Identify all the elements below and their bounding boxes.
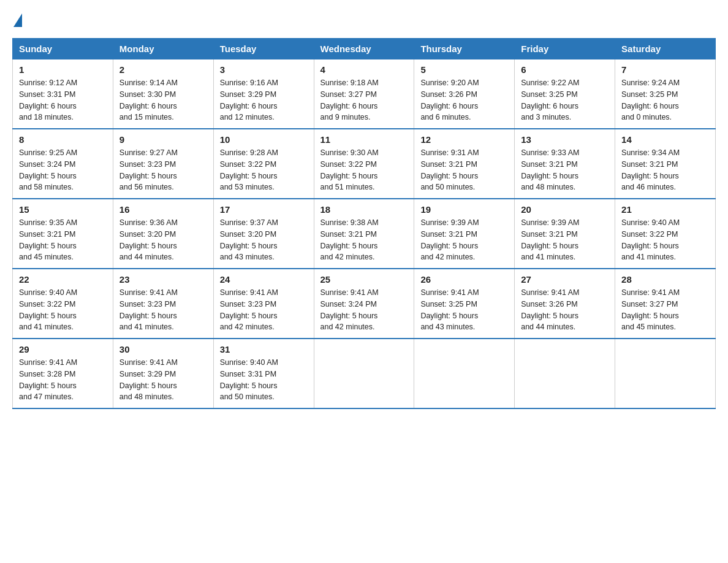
day-number: 12 <box>420 134 508 145</box>
day-number: 31 <box>220 344 308 354</box>
calendar-cell <box>515 339 615 408</box>
calendar-week-row: 29Sunrise: 9:41 AMSunset: 3:28 PMDayligh… <box>13 339 716 408</box>
day-info: Sunrise: 9:14 AMSunset: 3:30 PMDaylight:… <box>119 77 207 123</box>
day-number: 18 <box>320 204 408 215</box>
calendar-cell: 17Sunrise: 9:37 AMSunset: 3:20 PMDayligh… <box>213 199 314 269</box>
calendar-cell: 6Sunrise: 9:22 AMSunset: 3:25 PMDaylight… <box>515 59 615 129</box>
calendar-week-row: 1Sunrise: 9:12 AMSunset: 3:31 PMDaylight… <box>13 59 716 129</box>
calendar-cell: 25Sunrise: 9:41 AMSunset: 3:24 PMDayligh… <box>314 269 414 339</box>
day-number: 15 <box>19 204 107 215</box>
day-number: 4 <box>320 64 408 75</box>
calendar-cell: 8Sunrise: 9:25 AMSunset: 3:24 PMDaylight… <box>13 129 113 199</box>
weekday-header-sunday: Sunday <box>13 39 113 59</box>
day-number: 22 <box>19 274 107 285</box>
weekday-header-thursday: Thursday <box>414 39 515 59</box>
calendar-cell: 11Sunrise: 9:30 AMSunset: 3:22 PMDayligh… <box>314 129 414 199</box>
calendar-cell: 18Sunrise: 9:38 AMSunset: 3:21 PMDayligh… <box>314 199 414 269</box>
day-number: 27 <box>521 274 609 285</box>
calendar-cell: 10Sunrise: 9:28 AMSunset: 3:22 PMDayligh… <box>213 129 314 199</box>
page-header <box>12 12 716 26</box>
weekday-header-saturday: Saturday <box>615 39 716 59</box>
day-info: Sunrise: 9:34 AMSunset: 3:21 PMDaylight:… <box>621 147 709 193</box>
day-number: 24 <box>220 274 308 285</box>
calendar-cell: 9Sunrise: 9:27 AMSunset: 3:23 PMDaylight… <box>113 129 213 199</box>
calendar-cell: 16Sunrise: 9:36 AMSunset: 3:20 PMDayligh… <box>113 199 213 269</box>
day-info: Sunrise: 9:41 AMSunset: 3:29 PMDaylight:… <box>119 357 207 403</box>
weekday-header-tuesday: Tuesday <box>213 39 314 59</box>
calendar-cell: 20Sunrise: 9:39 AMSunset: 3:21 PMDayligh… <box>515 199 615 269</box>
day-number: 3 <box>220 64 308 75</box>
day-number: 8 <box>19 134 107 145</box>
day-info: Sunrise: 9:12 AMSunset: 3:31 PMDaylight:… <box>19 77 107 123</box>
day-info: Sunrise: 9:33 AMSunset: 3:21 PMDaylight:… <box>521 147 609 193</box>
day-info: Sunrise: 9:16 AMSunset: 3:29 PMDaylight:… <box>220 77 308 123</box>
day-number: 13 <box>521 134 609 145</box>
day-number: 23 <box>119 274 207 285</box>
day-info: Sunrise: 9:41 AMSunset: 3:26 PMDaylight:… <box>521 287 609 333</box>
day-number: 1 <box>19 64 107 75</box>
weekday-header-row: SundayMondayTuesdayWednesdayThursdayFrid… <box>13 39 716 59</box>
day-number: 29 <box>19 344 107 354</box>
day-info: Sunrise: 9:41 AMSunset: 3:23 PMDaylight:… <box>119 287 207 333</box>
day-info: Sunrise: 9:18 AMSunset: 3:27 PMDaylight:… <box>320 77 408 123</box>
calendar-cell: 26Sunrise: 9:41 AMSunset: 3:25 PMDayligh… <box>414 269 515 339</box>
calendar-cell: 24Sunrise: 9:41 AMSunset: 3:23 PMDayligh… <box>213 269 314 339</box>
calendar-cell: 4Sunrise: 9:18 AMSunset: 3:27 PMDaylight… <box>314 59 414 129</box>
day-info: Sunrise: 9:40 AMSunset: 3:22 PMDaylight:… <box>19 287 107 333</box>
day-info: Sunrise: 9:25 AMSunset: 3:24 PMDaylight:… <box>19 147 107 193</box>
day-number: 19 <box>420 204 508 215</box>
day-number: 7 <box>621 64 709 75</box>
calendar-cell: 2Sunrise: 9:14 AMSunset: 3:30 PMDaylight… <box>113 59 213 129</box>
calendar-week-row: 8Sunrise: 9:25 AMSunset: 3:24 PMDaylight… <box>13 129 716 199</box>
day-info: Sunrise: 9:40 AMSunset: 3:22 PMDaylight:… <box>621 217 709 263</box>
calendar-week-row: 22Sunrise: 9:40 AMSunset: 3:22 PMDayligh… <box>13 269 716 339</box>
day-number: 17 <box>220 204 308 215</box>
calendar-cell: 28Sunrise: 9:41 AMSunset: 3:27 PMDayligh… <box>615 269 716 339</box>
day-info: Sunrise: 9:40 AMSunset: 3:31 PMDaylight:… <box>220 357 308 403</box>
logo <box>12 12 22 26</box>
day-number: 2 <box>119 64 207 75</box>
day-info: Sunrise: 9:35 AMSunset: 3:21 PMDaylight:… <box>19 217 107 263</box>
day-number: 21 <box>621 204 709 215</box>
calendar-cell: 3Sunrise: 9:16 AMSunset: 3:29 PMDaylight… <box>213 59 314 129</box>
day-number: 10 <box>220 134 308 145</box>
calendar-cell: 29Sunrise: 9:41 AMSunset: 3:28 PMDayligh… <box>13 339 113 408</box>
day-number: 14 <box>621 134 709 145</box>
day-number: 9 <box>119 134 207 145</box>
day-info: Sunrise: 9:41 AMSunset: 3:23 PMDaylight:… <box>220 287 308 333</box>
calendar-cell <box>414 339 515 408</box>
calendar-cell: 30Sunrise: 9:41 AMSunset: 3:29 PMDayligh… <box>113 339 213 408</box>
day-info: Sunrise: 9:22 AMSunset: 3:25 PMDaylight:… <box>521 77 609 123</box>
calendar-cell: 22Sunrise: 9:40 AMSunset: 3:22 PMDayligh… <box>13 269 113 339</box>
calendar-cell: 27Sunrise: 9:41 AMSunset: 3:26 PMDayligh… <box>515 269 615 339</box>
day-info: Sunrise: 9:28 AMSunset: 3:22 PMDaylight:… <box>220 147 308 193</box>
day-info: Sunrise: 9:39 AMSunset: 3:21 PMDaylight:… <box>521 217 609 263</box>
day-number: 30 <box>119 344 207 354</box>
calendar-cell: 7Sunrise: 9:24 AMSunset: 3:25 PMDaylight… <box>615 59 716 129</box>
day-info: Sunrise: 9:36 AMSunset: 3:20 PMDaylight:… <box>119 217 207 263</box>
day-number: 5 <box>420 64 508 75</box>
calendar-cell: 19Sunrise: 9:39 AMSunset: 3:21 PMDayligh… <box>414 199 515 269</box>
day-number: 16 <box>119 204 207 215</box>
day-number: 25 <box>320 274 408 285</box>
day-info: Sunrise: 9:31 AMSunset: 3:21 PMDaylight:… <box>420 147 508 193</box>
day-number: 11 <box>320 134 408 145</box>
calendar-cell: 12Sunrise: 9:31 AMSunset: 3:21 PMDayligh… <box>414 129 515 199</box>
day-info: Sunrise: 9:27 AMSunset: 3:23 PMDaylight:… <box>119 147 207 193</box>
calendar-cell <box>615 339 716 408</box>
day-info: Sunrise: 9:41 AMSunset: 3:28 PMDaylight:… <box>19 357 107 403</box>
calendar-week-row: 15Sunrise: 9:35 AMSunset: 3:21 PMDayligh… <box>13 199 716 269</box>
day-info: Sunrise: 9:37 AMSunset: 3:20 PMDaylight:… <box>220 217 308 263</box>
calendar-cell: 15Sunrise: 9:35 AMSunset: 3:21 PMDayligh… <box>13 199 113 269</box>
calendar-cell: 31Sunrise: 9:40 AMSunset: 3:31 PMDayligh… <box>213 339 314 408</box>
calendar-cell: 13Sunrise: 9:33 AMSunset: 3:21 PMDayligh… <box>515 129 615 199</box>
day-info: Sunrise: 9:30 AMSunset: 3:22 PMDaylight:… <box>320 147 408 193</box>
calendar-cell: 1Sunrise: 9:12 AMSunset: 3:31 PMDaylight… <box>13 59 113 129</box>
weekday-header-wednesday: Wednesday <box>314 39 414 59</box>
day-number: 20 <box>521 204 609 215</box>
day-info: Sunrise: 9:24 AMSunset: 3:25 PMDaylight:… <box>621 77 709 123</box>
calendar-cell: 23Sunrise: 9:41 AMSunset: 3:23 PMDayligh… <box>113 269 213 339</box>
day-number: 26 <box>420 274 508 285</box>
day-info: Sunrise: 9:39 AMSunset: 3:21 PMDaylight:… <box>420 217 508 263</box>
calendar-cell: 14Sunrise: 9:34 AMSunset: 3:21 PMDayligh… <box>615 129 716 199</box>
